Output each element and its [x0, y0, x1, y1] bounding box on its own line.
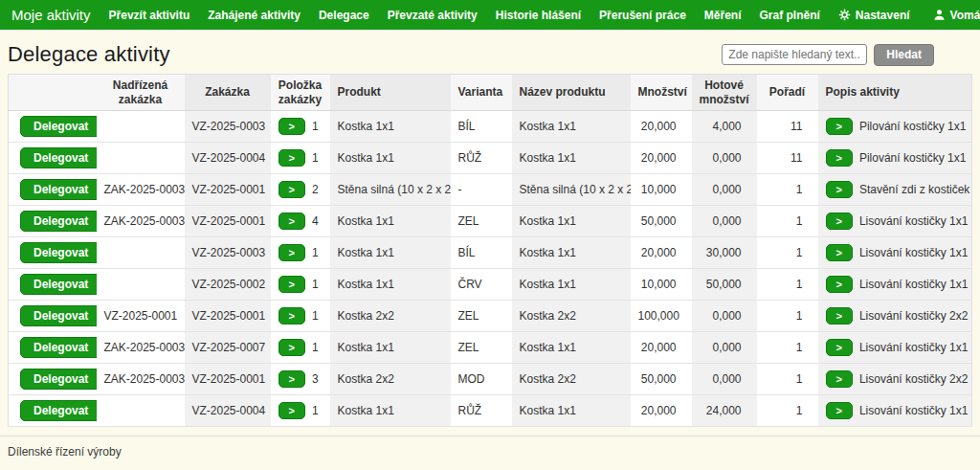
- nav-item-prevzate-aktivity[interactable]: Převzaté aktivity: [388, 9, 478, 22]
- order-item-detail-button[interactable]: >: [278, 213, 305, 230]
- quantity-cell: 20,000: [631, 111, 692, 143]
- table-row: Delegovat VZ-2025-0003 > 1 Kostka 1x1 BÍ…: [9, 237, 972, 269]
- delegate-button[interactable]: Delegovat: [20, 369, 97, 390]
- quantity-cell: 20,000: [631, 237, 692, 269]
- activity-desc-label: Lisování kostičky 1x1: [859, 246, 968, 259]
- delegate-button[interactable]: Delegovat: [20, 211, 97, 232]
- activities-table-wrap: Nadřízená zakázka Zakázka Položka zakázk…: [8, 74, 972, 427]
- nav-item-zahajene-aktivity[interactable]: Zahájené aktivity: [208, 9, 301, 22]
- activity-detail-button[interactable]: >: [826, 339, 853, 356]
- activity-desc-label: Lisování kostičky 1x1: [859, 341, 968, 354]
- product-name-cell: Stěna silná (10 x 2 x 2): [512, 174, 631, 206]
- done-quantity-cell: 0,000: [692, 332, 757, 364]
- parent-order-cell: ZAK-2025-00032: [97, 206, 185, 237]
- person-icon: [933, 9, 946, 21]
- product-cell: Kostka 1x1: [330, 111, 451, 143]
- activity-detail-button[interactable]: >: [826, 181, 853, 198]
- product-cell: Kostka 1x1: [330, 332, 451, 364]
- header-order: Zakázka: [185, 75, 271, 111]
- variant-cell: ZEL: [451, 332, 512, 364]
- header-empty: [9, 75, 97, 111]
- nav-brand-moje-aktivity[interactable]: Moje aktivity: [11, 7, 91, 23]
- order-item-detail-button[interactable]: >: [278, 118, 305, 135]
- variant-cell: MOD: [451, 364, 512, 395]
- sequence-cell: 1: [757, 174, 818, 206]
- order-cell: VZ-2025-0001: [185, 206, 271, 237]
- order-item-detail-button[interactable]: >: [278, 149, 305, 167]
- order-item-number: 1: [312, 341, 319, 354]
- parent-order-cell: VZ-2025-0001: [97, 301, 185, 332]
- delegate-button[interactable]: Delegovat: [20, 147, 97, 168]
- header-parent-order: Nadřízená zakázka: [97, 75, 185, 111]
- table-row: Delegovat ZAK-2025-00032 VZ-2025-0001 > …: [9, 206, 972, 237]
- activity-desc-cell: > Lisování kostičky 1x1: [818, 395, 972, 427]
- activity-detail-button[interactable]: >: [826, 307, 853, 325]
- delegate-button[interactable]: Delegovat: [20, 400, 97, 421]
- order-item-cell: > 4: [271, 206, 330, 237]
- delegate-button[interactable]: Delegovat: [20, 116, 97, 137]
- order-item-number: 3: [312, 372, 319, 386]
- delegate-button[interactable]: Delegovat: [20, 305, 97, 326]
- nav-item-preruseni-prace[interactable]: Přerušení práce: [599, 9, 686, 22]
- order-item-detail-button[interactable]: >: [278, 307, 305, 325]
- delegate-cell: Delegovat: [9, 395, 97, 427]
- order-item-number: 1: [312, 278, 319, 291]
- activity-desc-label: Pilování kostičky 1x1: [859, 151, 966, 165]
- variant-cell: RŮŽ: [451, 395, 512, 427]
- delegate-button[interactable]: Delegovat: [20, 242, 97, 263]
- nav-item-user[interactable]: Vomáčka Jarmil: [933, 9, 980, 22]
- variant-cell: ZEL: [451, 206, 512, 237]
- user-label: Vomáčka Jarmil: [950, 9, 980, 22]
- parent-order-cell: ZAK-2025-00032: [97, 364, 185, 395]
- nav-right-group: Nastavení Vomáčka Jarmil: [838, 9, 980, 22]
- table-row: Delegovat ZAK-2025-00032 VZ-2025-0001 > …: [9, 364, 972, 395]
- order-item-detail-button[interactable]: >: [278, 339, 305, 356]
- order-item-detail-button[interactable]: >: [278, 370, 305, 388]
- order-item-detail-button[interactable]: >: [278, 402, 305, 419]
- delegate-button[interactable]: Delegovat: [20, 274, 97, 295]
- nav-item-prevzit-aktivitu[interactable]: Převzít aktivitu: [109, 9, 190, 22]
- quantity-cell: 100,000: [631, 301, 692, 332]
- product-name-cell: Kostka 1x1: [512, 269, 631, 301]
- gear-icon: [838, 9, 851, 21]
- activity-detail-button[interactable]: >: [826, 118, 853, 135]
- app-footer: Dílenské řízení výroby: [0, 436, 980, 459]
- order-cell: VZ-2025-0004: [185, 395, 271, 427]
- parent-order-cell: [97, 143, 185, 174]
- delegate-button[interactable]: Delegovat: [20, 179, 97, 200]
- delegate-button[interactable]: Delegovat: [20, 337, 97, 358]
- parent-order-cell: [97, 237, 185, 269]
- done-quantity-cell: 24,000: [692, 395, 757, 427]
- nav-item-graf-plneni[interactable]: Graf plnění: [760, 9, 820, 22]
- table-row: Delegovat VZ-2025-0001 VZ-2025-0001 > 1 …: [9, 301, 972, 332]
- variant-cell: -: [451, 174, 512, 206]
- order-cell: VZ-2025-0003: [185, 237, 271, 269]
- order-item-detail-button[interactable]: >: [278, 181, 305, 198]
- search-input[interactable]: [722, 44, 867, 65]
- activity-detail-button[interactable]: >: [826, 276, 853, 293]
- nav-item-settings[interactable]: Nastavení: [838, 9, 910, 22]
- activity-detail-button[interactable]: >: [826, 402, 853, 419]
- activity-detail-button[interactable]: >: [826, 370, 853, 388]
- order-item-detail-button[interactable]: >: [278, 244, 305, 261]
- done-quantity-cell: 0,000: [692, 143, 757, 174]
- activity-detail-button[interactable]: >: [826, 149, 853, 167]
- sequence-cell: 1: [757, 301, 818, 332]
- product-name-cell: Kostka 1x1: [512, 206, 631, 237]
- nav-item-historie-hlaseni[interactable]: Historie hlášení: [496, 9, 581, 22]
- activity-desc-cell: > Lisování kostičky 1x1: [818, 206, 972, 237]
- nav-item-delegace[interactable]: Delegace: [319, 9, 369, 22]
- search-button[interactable]: Hledat: [874, 44, 934, 66]
- nav-item-mereni[interactable]: Měření: [704, 9, 742, 22]
- parent-order-cell: ZAK-2025-00033: [97, 332, 185, 364]
- header-variant: Varianta: [451, 75, 512, 111]
- delegate-cell: Delegovat: [9, 332, 97, 364]
- order-item-detail-button[interactable]: >: [278, 276, 305, 293]
- header-product-name: Název produktu: [512, 75, 631, 111]
- activity-desc-label: Lisování kostičky 2x2: [859, 309, 968, 323]
- sequence-cell: 1: [757, 237, 818, 269]
- done-quantity-cell: 0,000: [692, 206, 757, 237]
- activity-detail-button[interactable]: >: [826, 244, 853, 261]
- order-item-cell: > 3: [271, 364, 330, 395]
- activity-detail-button[interactable]: >: [826, 213, 853, 230]
